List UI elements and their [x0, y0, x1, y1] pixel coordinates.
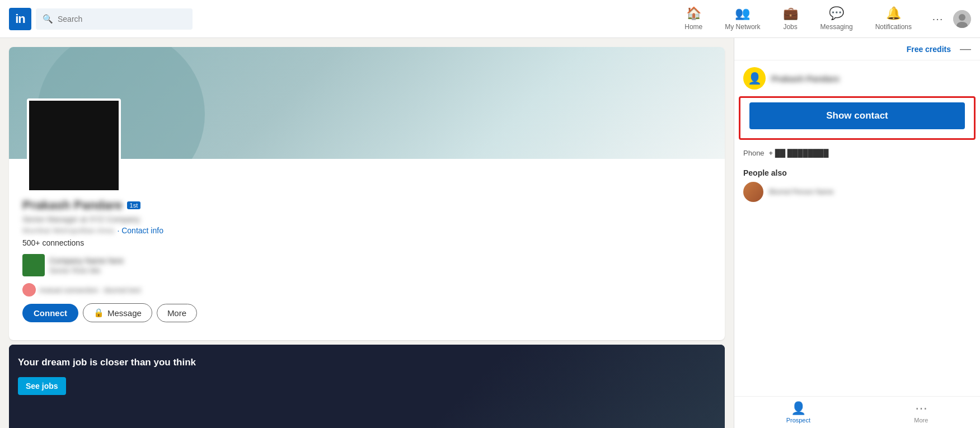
company-name: Company Name here: [49, 256, 124, 265]
messaging-icon: 💬: [829, 6, 844, 21]
ad-text: Your dream job is closer than you think: [18, 356, 716, 369]
company-row: Company Name here Senior Role title: [22, 254, 711, 276]
profile-name-row: Prakash Pandare 1st: [22, 198, 711, 213]
minimize-button[interactable]: —: [960, 43, 971, 55]
search-icon: 🔍: [43, 14, 53, 24]
nav-avatar-area: ⋯: [932, 10, 971, 28]
profile-avatar: [27, 98, 121, 192]
profile-headline: Senior Manager at XYZ Company: [22, 215, 711, 224]
phone-label: Phone: [743, 149, 765, 157]
more-button[interactable]: More: [157, 304, 197, 322]
nav-item-jobs[interactable]: 💼 Jobs: [772, 0, 809, 38]
messaging-label: Messaging: [820, 23, 853, 31]
prospect-icon: 👤: [791, 401, 806, 416]
more-dots-icon[interactable]: ⋯: [932, 12, 944, 26]
right-people-item-1: Blurred Person Name: [743, 182, 971, 202]
ad-see-jobs-button[interactable]: See jobs: [18, 377, 66, 395]
network-label: My Network: [725, 23, 760, 31]
profile-location-row: Mumbai Metropolitan Area · Contact info: [22, 226, 711, 235]
phone-row: Phone + ██ ████████: [734, 144, 980, 162]
top-navigation: in 🔍 🏠 Home 👥 My Network 💼 Jobs 💬 Messag…: [0, 0, 980, 38]
main-content: Prakash Pandare 1st Senior Manager at XY…: [0, 38, 980, 428]
profile-section: Prakash Pandare 1st Senior Manager at XY…: [0, 38, 734, 428]
nav-item-network[interactable]: 👥 My Network: [714, 0, 771, 38]
linkedin-logo[interactable]: in: [9, 8, 31, 30]
connection-badge: 1st: [127, 201, 141, 209]
mutual-connections-text: mutual connection · blurred text: [39, 286, 140, 294]
user-avatar[interactable]: [953, 10, 971, 28]
mutual-avatar: [22, 283, 36, 297]
company-logo: [22, 254, 45, 276]
connect-button[interactable]: Connect: [22, 304, 78, 322]
notifications-label: Notifications: [875, 23, 912, 31]
more-dots-bottom-icon: ⋯: [915, 401, 927, 416]
free-credits-link[interactable]: Free credits: [907, 45, 951, 54]
nav-item-messaging[interactable]: 💬 Messaging: [809, 0, 864, 38]
prospect-label: Prospect: [786, 417, 810, 424]
right-people-info-1: Blurred Person Name: [769, 188, 833, 196]
prospect-tab[interactable]: 👤 Prospect: [786, 401, 810, 424]
nav-item-notifications[interactable]: 🔔 Notifications: [864, 0, 923, 38]
more-tab-label: More: [914, 417, 928, 424]
profile-card: Prakash Pandare 1st Senior Manager at XY…: [9, 47, 725, 340]
home-icon: 🏠: [686, 6, 701, 21]
nav-item-home[interactable]: 🏠 Home: [673, 0, 714, 38]
contact-name: Prakash Pandare: [771, 74, 840, 83]
profile-name: Prakash Pandare: [22, 198, 123, 213]
contact-person-row: 👤 Prakash Pandare: [734, 60, 980, 96]
home-label: Home: [684, 23, 702, 31]
connections-count: 500+ connections: [22, 238, 711, 247]
company-subtitle: Senior Role title: [49, 266, 124, 275]
network-icon: 👥: [735, 6, 750, 21]
right-panel: Free credits — 👤 Prakash Pandare Show co…: [734, 38, 980, 428]
show-contact-wrapper: Show contact: [739, 96, 976, 140]
jobs-icon: 💼: [783, 6, 798, 21]
right-people-also-title: People also: [743, 168, 971, 177]
ad-panel: Your dream job is closer than you think …: [9, 345, 725, 428]
jobs-label: Jobs: [783, 23, 797, 31]
search-input[interactable]: [58, 15, 186, 23]
profile-location: Mumbai Metropolitan Area: [22, 226, 114, 235]
right-people-avatar-1: [743, 182, 763, 202]
right-people-also-section: People also Blurred Person Name: [734, 162, 980, 208]
contact-avatar: 👤: [743, 67, 766, 90]
action-buttons: Connect 🔒 Message More: [22, 303, 711, 331]
notifications-icon: 🔔: [886, 6, 901, 21]
show-contact-button[interactable]: Show contact: [749, 102, 965, 129]
contact-info-link[interactable]: · Contact info: [117, 226, 163, 235]
svg-point-1: [959, 14, 965, 21]
lock-icon: 🔒: [93, 308, 104, 318]
mutual-connections-row: mutual connection · blurred text: [22, 283, 711, 297]
message-button[interactable]: 🔒 Message: [83, 303, 152, 322]
bottom-bar: 👤 Prospect ⋯ More: [734, 396, 980, 428]
search-bar[interactable]: 🔍: [36, 8, 193, 30]
more-tab[interactable]: ⋯ More: [914, 401, 928, 424]
right-panel-header: Free credits —: [734, 38, 980, 60]
nav-items: 🏠 Home 👥 My Network 💼 Jobs 💬 Messaging 🔔…: [673, 0, 923, 38]
company-info: Company Name here Senior Role title: [49, 256, 124, 275]
phone-value: + ██ ████████: [769, 149, 829, 157]
